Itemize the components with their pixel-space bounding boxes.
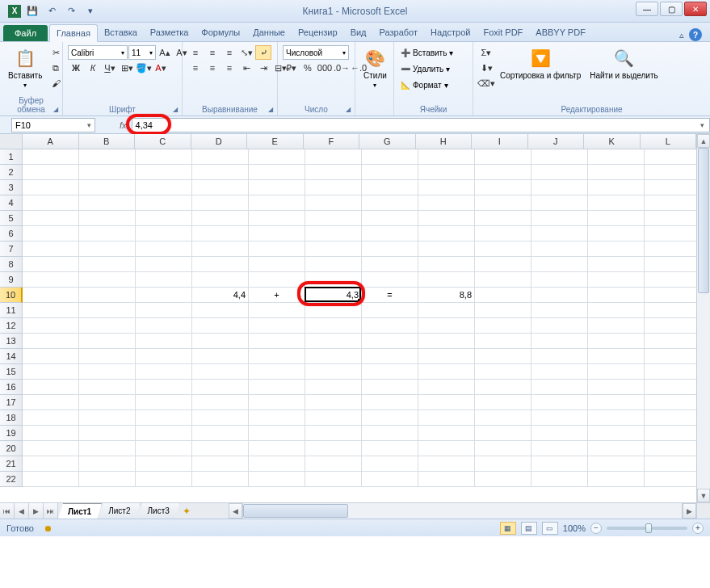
dialog-launcher-icon[interactable]: ◢ <box>343 104 353 114</box>
cell-A19[interactable] <box>23 426 79 441</box>
cell-A2[interactable] <box>23 165 79 180</box>
cell-D21[interactable] <box>192 456 249 472</box>
cell-D4[interactable] <box>192 195 249 211</box>
fill-color-button[interactable]: 🪣▾ <box>136 61 152 75</box>
cell-K6[interactable] <box>588 226 645 242</box>
increase-indent-button[interactable]: ⇥ <box>255 61 271 75</box>
cell-B15[interactable] <box>79 364 136 380</box>
cell-G18[interactable] <box>362 410 418 426</box>
column-header-F[interactable]: F <box>304 134 360 149</box>
cell-K21[interactable] <box>588 456 645 472</box>
cell-L1[interactable] <box>645 149 696 165</box>
cell-B22[interactable] <box>79 472 136 487</box>
cell-H11[interactable] <box>418 303 475 318</box>
dialog-launcher-icon[interactable]: ◢ <box>170 104 180 114</box>
cell-K18[interactable] <box>588 410 645 426</box>
cell-E20[interactable] <box>249 441 305 456</box>
cell-C12[interactable] <box>136 318 192 334</box>
formula-input[interactable]: 4,34 <box>132 118 695 132</box>
align-top-button[interactable]: ≡ <box>187 45 204 60</box>
cell-G21[interactable] <box>362 456 418 472</box>
cell-D5[interactable] <box>192 211 249 226</box>
font-name-select[interactable]: Calibri▾ <box>68 45 128 60</box>
cell-H9[interactable] <box>418 272 475 288</box>
cell-G4[interactable] <box>362 195 418 211</box>
row-header-7[interactable]: 7 <box>0 242 23 257</box>
column-header-J[interactable]: J <box>528 134 585 149</box>
cell-D14[interactable] <box>192 349 249 364</box>
cell-H17[interactable] <box>418 395 475 410</box>
bold-button[interactable]: Ж <box>68 61 84 75</box>
cell-J17[interactable] <box>531 395 588 410</box>
cell-I18[interactable] <box>475 410 531 426</box>
cell-F17[interactable] <box>305 395 362 410</box>
row-header-22[interactable]: 22 <box>0 472 23 487</box>
cell-A20[interactable] <box>23 441 79 456</box>
cell-I21[interactable] <box>475 456 531 472</box>
cell-L4[interactable] <box>645 195 696 211</box>
row-header-17[interactable]: 17 <box>0 395 23 410</box>
cell-B13[interactable] <box>79 334 136 349</box>
zoom-in-button[interactable]: + <box>692 523 704 534</box>
dialog-launcher-icon[interactable]: ◢ <box>266 104 275 114</box>
cell-G14[interactable] <box>362 349 418 364</box>
cell-I22[interactable] <box>475 472 531 487</box>
row-header-1[interactable]: 1 <box>0 149 23 165</box>
ribbon-tab-abbyy pdf[interactable]: ABBYY PDF <box>529 24 592 41</box>
sort-filter-button[interactable]: 🔽 Сортировка и фильтр <box>497 45 584 82</box>
cell-A10[interactable] <box>23 288 79 303</box>
cell-C10[interactable] <box>136 288 192 303</box>
cell-B9[interactable] <box>79 272 136 288</box>
cell-J19[interactable] <box>531 426 588 441</box>
cell-A11[interactable] <box>23 303 79 318</box>
cell-I16[interactable] <box>475 380 531 395</box>
row-header-18[interactable]: 18 <box>0 410 23 426</box>
number-format-select[interactable]: Числовой▾ <box>283 45 349 60</box>
cell-I5[interactable] <box>475 211 531 226</box>
cell-H21[interactable] <box>418 456 475 472</box>
scroll-up-button[interactable]: ▲ <box>697 134 710 148</box>
cell-J21[interactable] <box>531 456 588 472</box>
cell-F10[interactable]: 4,3 <box>305 288 362 303</box>
cell-L18[interactable] <box>645 410 696 426</box>
cell-L9[interactable] <box>645 272 696 288</box>
cell-F5[interactable] <box>305 211 362 226</box>
font-color-button[interactable]: A▾ <box>153 61 169 75</box>
scroll-down-button[interactable]: ▼ <box>697 489 710 502</box>
cell-G16[interactable] <box>362 380 418 395</box>
row-header-4[interactable]: 4 <box>0 195 23 211</box>
cell-D16[interactable] <box>192 380 249 395</box>
cell-J16[interactable] <box>531 380 588 395</box>
cell-B19[interactable] <box>79 426 136 441</box>
cell-G7[interactable] <box>362 242 418 257</box>
cell-C7[interactable] <box>136 242 192 257</box>
cell-H8[interactable] <box>418 257 475 272</box>
cell-A6[interactable] <box>23 226 79 242</box>
row-header-5[interactable]: 5 <box>0 211 23 226</box>
cell-J6[interactable] <box>531 226 588 242</box>
cell-J4[interactable] <box>531 195 588 211</box>
cell-K8[interactable] <box>588 257 645 272</box>
cell-K5[interactable] <box>588 211 645 226</box>
cell-D3[interactable] <box>192 180 249 195</box>
column-header-A[interactable]: A <box>23 134 79 149</box>
tab-nav-next[interactable]: ▶ <box>29 503 44 519</box>
cell-E21[interactable] <box>249 456 305 472</box>
sheet-tab-Лист2[interactable]: Лист2 <box>99 503 141 519</box>
cell-J15[interactable] <box>531 364 588 380</box>
cell-I15[interactable] <box>475 364 531 380</box>
cell-H13[interactable] <box>418 334 475 349</box>
cell-I2[interactable] <box>475 165 531 180</box>
cell-B3[interactable] <box>79 180 136 195</box>
cell-E15[interactable] <box>249 364 305 380</box>
cell-C22[interactable] <box>136 472 192 487</box>
cell-I9[interactable] <box>475 272 531 288</box>
cell-L22[interactable] <box>645 472 696 487</box>
tab-nav-last[interactable]: ⏭ <box>44 503 58 519</box>
cell-F9[interactable] <box>305 272 362 288</box>
cell-F22[interactable] <box>305 472 362 487</box>
clear-button[interactable]: ⌫▾ <box>478 76 494 90</box>
cell-B18[interactable] <box>79 410 136 426</box>
cell-C14[interactable] <box>136 349 192 364</box>
cell-E2[interactable] <box>249 165 305 180</box>
